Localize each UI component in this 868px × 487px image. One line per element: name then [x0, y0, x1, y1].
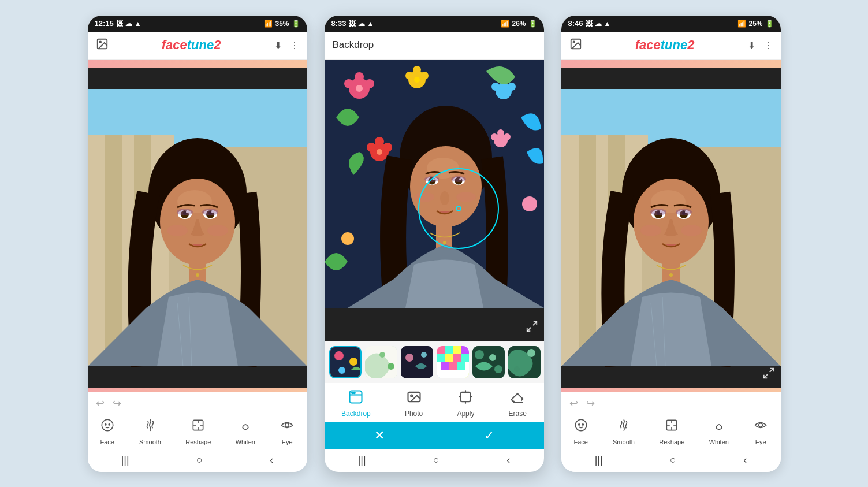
battery-right: 25%: [748, 20, 762, 28]
svg-point-140: [681, 225, 702, 236]
face-label-right: Face: [573, 438, 587, 445]
tool-reshape-left[interactable]: Reshape: [185, 418, 211, 445]
svg-point-42: [405, 72, 413, 80]
reshape-label-right: Reshape: [659, 438, 684, 445]
backdrop-thumb-1[interactable]: [329, 346, 362, 378]
backdrop-thumb-4[interactable]: [437, 346, 469, 378]
redo-icon-left[interactable]: ↪: [113, 397, 121, 410]
corner-crop-icon[interactable]: [526, 320, 538, 336]
photo-icon: [406, 389, 422, 407]
nav-bar-left: ||| ○ ‹: [88, 449, 307, 472]
svg-point-100: [475, 350, 484, 359]
time-left: 12:15: [95, 19, 114, 28]
tool-smooth-left[interactable]: Smooth: [139, 418, 161, 445]
tool-face-right[interactable]: Face: [573, 418, 588, 445]
svg-point-111: [354, 392, 355, 393]
nav-home-left[interactable]: ○: [196, 454, 203, 466]
photo-area-right: [561, 68, 781, 388]
tool-eye-right[interactable]: Eye: [753, 418, 768, 445]
portrait-left: [88, 68, 307, 388]
download-icon-right[interactable]: ⬇: [748, 40, 755, 51]
nav-back-middle[interactable]: ‹: [506, 454, 510, 466]
svg-point-50: [383, 143, 392, 152]
eye-label-left: Eye: [282, 438, 293, 445]
backdrop-thumb-2[interactable]: [365, 346, 397, 378]
undo-icon-right[interactable]: ↩: [569, 397, 578, 410]
nav-menu-right[interactable]: |||: [595, 454, 603, 466]
svg-point-56: [491, 133, 498, 140]
svg-rect-114: [461, 392, 470, 401]
backdrop-thumb-3[interactable]: [401, 346, 433, 378]
svg-point-68: [440, 191, 449, 205]
cancel-button[interactable]: ✕: [325, 422, 434, 449]
phone-left: 12:15 🖼 ☁ ▲ 📶 35% 🔋 facetune2 ⬇: [88, 16, 307, 472]
backdrop-thumb-6[interactable]: [508, 346, 541, 378]
svg-point-36: [365, 79, 374, 88]
tool-reshape-right[interactable]: Reshape: [659, 418, 684, 445]
nav-home-middle[interactable]: ○: [433, 454, 439, 466]
nav-back-right[interactable]: ‹: [743, 454, 747, 466]
tool-apply[interactable]: Apply: [457, 389, 474, 418]
cloud-icon-middle: ☁: [358, 20, 365, 28]
svg-point-20: [167, 225, 188, 236]
arrow-icon-right: ▲: [604, 20, 611, 28]
tool-erase[interactable]: Erase: [509, 389, 527, 418]
svg-point-19: [196, 273, 199, 277]
redo-icon-right[interactable]: ↪: [586, 397, 595, 410]
svg-point-35: [355, 72, 364, 81]
svg-point-101: [489, 354, 496, 361]
svg-point-59: [427, 158, 459, 179]
tool-whiten-right[interactable]: Whiten: [709, 418, 729, 445]
svg-point-104: [527, 349, 535, 357]
phones-container: 12:15 🖼 ☁ ▲ 📶 35% 🔋 facetune2 ⬇: [0, 0, 868, 487]
svg-point-69: [415, 192, 434, 202]
tool-photo[interactable]: Photo: [405, 389, 423, 418]
corner-crop-icon-right[interactable]: [762, 367, 775, 382]
svg-point-82: [379, 352, 385, 358]
gallery-icon-left[interactable]: [96, 38, 109, 53]
app-header-left: facetune2 ⬇ ⋮: [88, 32, 307, 60]
svg-rect-94: [453, 354, 461, 362]
status-bar-middle: 8:33 🖼 ☁ ▲ 📶 26% 🔋: [325, 16, 544, 32]
more-icon-left[interactable]: ⋮: [290, 40, 299, 51]
svg-point-110: [352, 392, 353, 393]
tool-smooth-right[interactable]: Smooth: [613, 418, 635, 445]
backdrop-thumb-5[interactable]: [472, 346, 505, 378]
nav-menu-middle[interactable]: |||: [358, 454, 366, 466]
nav-back-left[interactable]: ‹: [270, 454, 273, 466]
undo-icon-left[interactable]: ↩: [96, 397, 105, 410]
backdrop-thumbnails: [325, 341, 544, 383]
svg-point-43: [414, 77, 420, 83]
svg-point-142: [676, 209, 692, 215]
bottom-area-right: ↩ ↪ Face: [561, 388, 781, 472]
status-bar-left: 12:15 🖼 ☁ ▲ 📶 35% 🔋: [88, 16, 307, 32]
tool-backdrop[interactable]: Backdrop: [341, 389, 371, 418]
cloud-icon-right: ☁: [595, 20, 602, 28]
svg-point-37: [344, 79, 353, 88]
tool-face-left[interactable]: Face: [100, 418, 115, 445]
download-icon-left[interactable]: ⬇: [274, 40, 282, 51]
nav-menu-left[interactable]: |||: [121, 454, 129, 466]
wifi-icon-right: 📶: [737, 20, 746, 28]
app-header-right: facetune2 ⬇ ⋮: [561, 32, 781, 60]
face-icon-right: [573, 418, 588, 436]
ok-button[interactable]: ✓: [434, 422, 544, 449]
battery-middle: 26%: [512, 20, 526, 28]
more-icon-right[interactable]: ⋮: [763, 40, 773, 51]
svg-rect-5: [105, 135, 122, 366]
svg-point-80: [338, 367, 345, 374]
battery-icon-middle: 🔋: [528, 20, 537, 28]
bottom-bar-accent-left: [88, 388, 307, 392]
tools-row-left: Face Smooth Reshap: [88, 412, 307, 449]
svg-point-26: [109, 423, 110, 425]
svg-point-24: [102, 419, 113, 431]
nav-home-right[interactable]: ○: [670, 454, 676, 466]
svg-point-138: [669, 273, 673, 277]
tool-eye-left[interactable]: Eye: [280, 418, 295, 445]
apply-label: Apply: [457, 410, 474, 418]
nav-bar-right: ||| ○ ‹: [561, 449, 781, 472]
svg-point-47: [491, 83, 500, 91]
gallery-icon-right[interactable]: [569, 38, 582, 53]
tool-whiten-left[interactable]: Whiten: [236, 418, 255, 445]
svg-point-113: [411, 395, 413, 397]
